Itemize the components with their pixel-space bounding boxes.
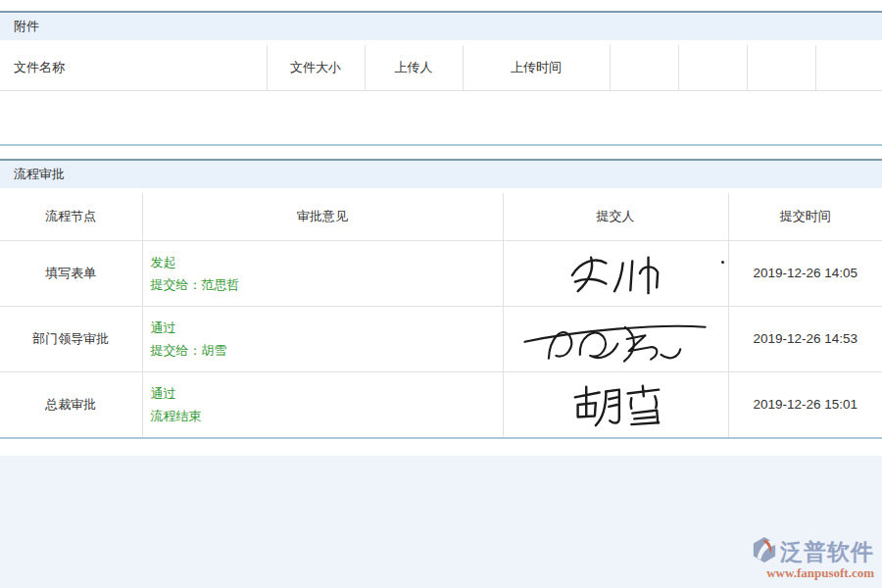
- ink-dot: [721, 261, 724, 264]
- attachments-section: 附件 文件名称 文件大小 上传人 上传时间: [0, 11, 882, 146]
- attachments-table: 文件名称 文件大小 上传人 上传时间: [0, 45, 882, 144]
- time-cell: 2019-12-26 14:05: [728, 240, 882, 306]
- fanpu-logo-url[interactable]: www.fanpusoft.com: [752, 565, 874, 581]
- node-cell: 总裁审批: [0, 371, 142, 437]
- approval-title: 流程审批: [14, 167, 65, 181]
- signature-cell: [503, 306, 728, 371]
- appr-col-opinion: 审批意见: [142, 193, 503, 240]
- signature-image-hu-xue: [504, 381, 728, 428]
- node-cell: 填写表单: [0, 240, 142, 306]
- attachments-empty-row: [0, 90, 882, 144]
- approval-section-header: 流程审批: [0, 159, 882, 188]
- opinion-action: 通过: [151, 382, 503, 405]
- approval-table: 流程节点 审批意见 提交人 提交时间 填写表单 发起 提交给：范思哲: [0, 193, 882, 437]
- att-col-empty-4: [815, 45, 882, 90]
- att-col-filename: 文件名称: [0, 45, 267, 90]
- attachments-title: 附件: [14, 19, 39, 33]
- att-col-empty-2: [678, 45, 747, 90]
- approval-row-3: 总裁审批 通过 流程结束: [0, 371, 882, 437]
- page: 附件 文件名称 文件大小 上传人 上传时间: [0, 0, 882, 588]
- approval-section: 流程审批 流程节点 审批意见 提交人 提交时间 填写表单 发起: [0, 159, 882, 439]
- opinion-cell: 发起 提交给：范思哲: [142, 240, 503, 306]
- att-col-uploader: 上传人: [365, 45, 463, 90]
- att-col-uploadtime: 上传时间: [463, 45, 610, 90]
- appr-col-node: 流程节点: [0, 193, 142, 240]
- approval-header-row: 流程节点 审批意见 提交人 提交时间: [0, 193, 882, 240]
- time-cell: 2019-12-26 14:53: [728, 306, 882, 371]
- opinion-action: 通过: [151, 317, 503, 339]
- signature-image-fan-sizhe: [504, 309, 728, 369]
- att-col-filesize: 文件大小: [267, 45, 365, 90]
- fanpu-logo-icon: [752, 536, 777, 567]
- approval-row-1: 填写表单 发起 提交给：范思哲: [0, 240, 882, 306]
- footer: 泛普软件 www.fanpusoft.com: [0, 456, 882, 588]
- opinion-cell: 通过 流程结束: [142, 371, 503, 437]
- att-col-empty-3: [747, 45, 815, 90]
- fanpu-logo-text: 泛普软件: [780, 537, 874, 567]
- appr-col-submitter: 提交人: [503, 193, 728, 240]
- time-cell: 2019-12-26 15:01: [728, 371, 882, 437]
- opinion-cell: 通过 提交给：胡雪: [142, 306, 503, 371]
- appr-col-submittime: 提交时间: [728, 193, 882, 240]
- signature-cell: [503, 371, 728, 437]
- attachments-section-header: 附件: [0, 11, 882, 40]
- signature-image-li-shuai: [504, 251, 728, 296]
- top-spacer: [0, 0, 882, 11]
- signature-cell: [503, 240, 728, 306]
- attachments-empty-body: [0, 90, 882, 144]
- opinion-target: 流程结束: [151, 405, 503, 427]
- attachments-header-row: 文件名称 文件大小 上传人 上传时间: [0, 45, 882, 90]
- fanpu-logo[interactable]: 泛普软件 www.fanpusoft.com: [752, 536, 874, 581]
- att-col-empty-1: [610, 45, 678, 90]
- opinion-action: 发起: [151, 251, 503, 273]
- opinion-target: 提交给：胡雪: [151, 339, 503, 362]
- node-cell: 部门领导审批: [0, 306, 142, 371]
- approval-row-2: 部门领导审批 通过 提交给：胡雪: [0, 306, 882, 371]
- opinion-target: 提交给：范思哲: [151, 273, 503, 296]
